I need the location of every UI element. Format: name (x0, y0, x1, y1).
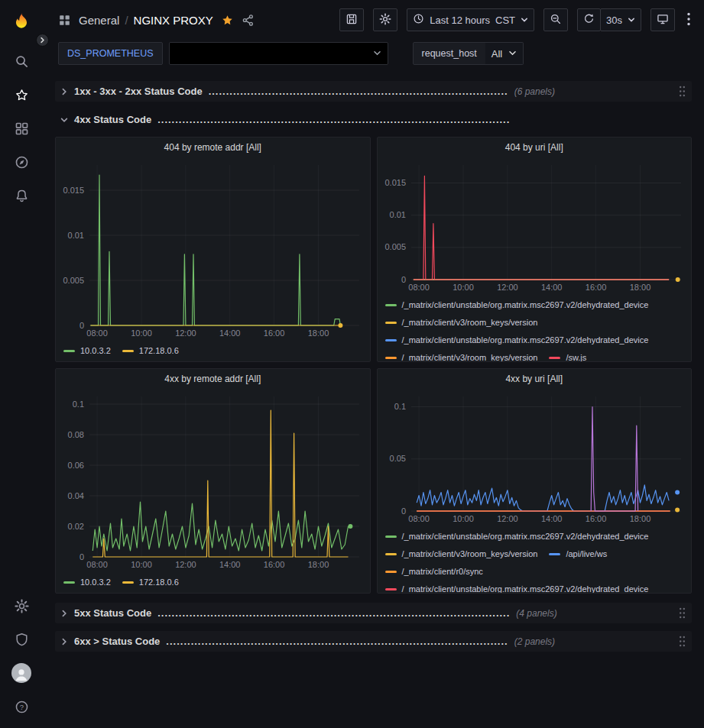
legend-series-marker (385, 553, 397, 555)
legend-item[interactable]: 172.18.0.6 (122, 575, 179, 589)
legend-item[interactable]: /_matrix/client/unstable/org.matrix.msc2… (385, 298, 649, 312)
share-icon[interactable] (242, 14, 255, 27)
legend-item[interactable]: /api/live/ws (549, 547, 607, 561)
legend-series-label: /api/live/ws (566, 549, 607, 558)
sidebar-item-search[interactable] (6, 44, 37, 78)
refresh-button[interactable] (577, 8, 601, 31)
svg-text:08:00: 08:00 (408, 514, 430, 523)
svg-text:0.1: 0.1 (73, 400, 84, 409)
legend-item[interactable]: /_matrix/client/v3/room_keys/version (385, 315, 538, 329)
svg-text:12:00: 12:00 (175, 560, 196, 569)
panel-4xx-by-remote-addr: 4xx by remote addr [All] 08:0010:0012:00… (55, 368, 371, 594)
sidebar-item-help[interactable]: ? (6, 690, 37, 723)
refresh-interval-dropdown[interactable]: 30s (600, 8, 641, 31)
legend-series-marker (385, 535, 397, 538)
svg-text:18:00: 18:00 (629, 514, 650, 523)
panel-title[interactable]: 404 by uri [All] (378, 138, 692, 157)
svg-text:14:00: 14:00 (540, 283, 562, 292)
dashboard-settings-button[interactable] (373, 8, 397, 31)
grafana-app: ? General / NGINX PROXY (0, 0, 704, 728)
svg-text:14:00: 14:00 (219, 328, 241, 338)
kiosk-mode-button[interactable] (650, 8, 675, 31)
sidebar-item-starred[interactable] (6, 78, 37, 112)
panel-title-text: 4xx by uri [All] (505, 374, 563, 384)
sidebar-item-configuration[interactable] (6, 589, 37, 623)
variable-value-request-host[interactable]: All (485, 42, 524, 65)
legend-4xx-by-remote-addr: 10.0.3.2172.18.0.6 (56, 571, 370, 589)
row-5xx-status-code[interactable]: 5xx Status Code ........................… (55, 603, 692, 623)
dashboard-header: General / NGINX PROXY (43, 0, 704, 40)
row-leader-dots: ........................................… (166, 636, 508, 647)
zoom-out-button[interactable] (543, 8, 568, 31)
legend-item[interactable]: 10.0.3.2 (63, 575, 111, 589)
sidebar-item-dashboards[interactable] (6, 112, 37, 145)
sidebar-item-explore[interactable] (6, 145, 37, 179)
row-panel-count: (6 panels) (514, 86, 555, 97)
legend-item[interactable]: /_matrix/client/unstable/org.matrix.msc2… (385, 529, 649, 543)
bell-icon (15, 189, 29, 203)
svg-text:10:00: 10:00 (453, 283, 474, 292)
settings-gear-icon (379, 13, 391, 28)
grafana-flame-icon (11, 11, 31, 31)
panel-404-by-remote-addr: 404 by remote addr [All] 08:0010:0012:00… (55, 137, 371, 362)
chevron-down-icon (373, 48, 381, 60)
more-options-button[interactable] (684, 12, 693, 28)
search-icon (15, 54, 29, 69)
legend-item[interactable]: /sw.js (549, 351, 586, 361)
legend-item[interactable]: /_matrix/client/unstable/org.matrix.msc2… (385, 582, 649, 593)
legend-item[interactable]: 172.18.0.6 (122, 344, 179, 358)
sidebar-item-alerting[interactable] (6, 179, 37, 212)
time-picker-button[interactable]: Last 12 hours CST (407, 8, 534, 31)
row-6xx-status-code[interactable]: 6xx > Status Code ......................… (55, 631, 692, 652)
svg-text:0.05: 0.05 (389, 454, 405, 463)
row-drag-handle[interactable] (678, 85, 686, 98)
breadcrumb-dashboard-title[interactable]: NGINX PROXY (134, 14, 213, 27)
legend-item[interactable]: /_matrix/client/r0/sync (385, 565, 483, 578)
sidebar-expand-button[interactable] (36, 34, 49, 47)
variable-value-ds-prometheus[interactable] (169, 42, 388, 65)
sidebar-item-profile[interactable] (6, 656, 37, 690)
svg-text:08:00: 08:00 (408, 283, 430, 292)
dashboards-grid-icon (15, 121, 29, 136)
chart-4xx-by-remote-addr[interactable]: 08:0010:0012:0014:0016:0018:0000.020.040… (56, 389, 370, 571)
row-1xx-3xx-2xx-status-code[interactable]: 1xx - 3xx - 2xx Status Code ............… (55, 81, 692, 102)
row-drag-handle[interactable] (678, 635, 686, 648)
legend-series-label: 10.0.3.2 (80, 346, 111, 355)
legend-item[interactable]: 10.0.3.2 (63, 344, 111, 358)
panel-title[interactable]: 404 by remote addr [All] (56, 138, 370, 157)
row-4xx-status-code[interactable]: 4xx Status Code ........................… (55, 109, 692, 130)
row-leader-dots: ........................................… (157, 114, 510, 125)
legend-series-label: /_matrix/client/r0/sync (402, 567, 483, 576)
svg-text:08:00: 08:00 (86, 328, 108, 338)
breadcrumb-folder[interactable]: General (79, 14, 119, 27)
legend-item[interactable]: /_matrix/client/v3/room_keys/version (385, 351, 538, 361)
chart-404-by-uri[interactable]: 08:0010:0012:0014:0016:0018:0000.0050.01… (378, 157, 692, 293)
legend-series-marker (385, 339, 397, 341)
legend-series-label: /_matrix/client/unstable/org.matrix.msc2… (402, 532, 649, 541)
grafana-logo[interactable] (6, 6, 37, 37)
star-icon (15, 88, 29, 102)
legend-series-label: /sw.js (566, 353, 586, 361)
chart-404-by-remote-addr[interactable]: 08:0010:0012:0014:0016:0018:0000.0050.01… (56, 157, 370, 339)
chart-svg: 08:0010:0012:0014:0016:0018:0000.0050.01… (378, 157, 692, 293)
variable-value-text: All (492, 48, 502, 60)
dashboard-grid-icon[interactable] (58, 14, 71, 27)
variable-request-host: request_host All (413, 42, 524, 65)
row-drag-handle[interactable] (678, 607, 686, 620)
sidebar-item-server-admin[interactable] (6, 623, 37, 656)
zoom-out-icon (550, 13, 562, 28)
chart-4xx-by-uri[interactable]: 08:0010:0012:0014:0016:0018:0000.050.1 (378, 389, 692, 525)
panel-title[interactable]: 4xx by remote addr [All] (56, 369, 370, 389)
legend-item[interactable]: /_matrix/client/unstable/org.matrix.msc2… (385, 333, 649, 347)
legend-series-marker (549, 357, 560, 359)
gear-icon (15, 599, 29, 613)
legend-series-label: 172.18.0.6 (139, 578, 179, 587)
row-title: 4xx Status Code (74, 114, 151, 125)
favorite-star-icon[interactable] (221, 14, 234, 27)
svg-text:16:00: 16:00 (585, 283, 606, 292)
svg-text:16:00: 16:00 (264, 328, 285, 338)
panel-title[interactable]: 4xx by uri [All] (378, 369, 692, 389)
save-dashboard-button[interactable] (339, 8, 364, 31)
legend-item[interactable]: /_matrix/client/v3/room_keys/version (385, 547, 538, 561)
chevron-down-icon (508, 48, 517, 60)
